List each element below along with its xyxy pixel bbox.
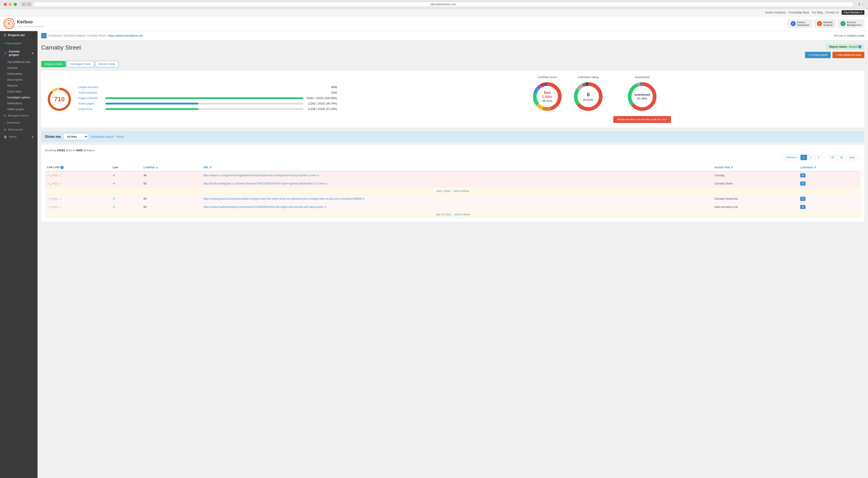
pipe-icon: | <box>56 182 56 185</box>
x-icon[interactable]: ✕ <box>53 205 55 209</box>
mac-min-btn[interactable] <box>9 3 12 6</box>
account-management-nav[interactable]: A AccountManagement <box>838 20 864 28</box>
circle-icon[interactable]: ○ <box>57 182 59 185</box>
add-additional-data-button[interactable]: + Add additional data <box>833 52 864 58</box>
breadcrumb-back-button[interactable]: ‹ <box>41 33 46 38</box>
square-icon[interactable]: □ <box>59 197 61 200</box>
sidebar-item-current-project[interactable]: 👤 Current project ▼ <box>0 47 37 59</box>
contact-us-link[interactable]: Contact Us <box>826 11 839 14</box>
x-icon[interactable]: ✕ <box>53 174 55 177</box>
square-icon[interactable]: □ <box>59 174 61 177</box>
page-1-button[interactable]: 1 <box>801 155 807 160</box>
col-header-linkrisk[interactable]: LinkRisk ▲ <box>141 164 201 171</box>
sidebar-sub-export-data[interactable]: Export data <box>0 89 37 95</box>
sidebar-item-new-project[interactable]: + New project <box>0 39 37 47</box>
kerboo-solutions-link[interactable]: Kerboo Solutions <box>765 11 786 14</box>
breadcrumb-backlink-analysis[interactable]: Backlink Analysis <box>64 34 85 37</box>
address-bar[interactable]: vikt-audit.kerboo.com <box>33 2 854 7</box>
sidebar-item-managed-service[interactable]: ⚙ Managed service <box>0 112 37 119</box>
kerboo-dashboard-nav[interactable]: K KerbooDashboard <box>788 20 812 28</box>
share-icon[interactable]: ⬆ <box>858 2 861 6</box>
row-1-linkrisk: 46 <box>141 171 201 179</box>
prev-page-button[interactable]: ← Previous <box>780 155 800 160</box>
reset-link[interactable]: Reset <box>117 135 124 138</box>
unactioned-donut-wrap: Unactioned unactioned 64. <box>613 75 671 123</box>
row-1-link-lists: ✓ △ ✕ | ○ □ <box>45 171 110 179</box>
our-blog-link[interactable]: Our Blog <box>812 11 823 14</box>
circle-icon[interactable]: ○ <box>57 197 59 200</box>
linkrisk-donut-title: LinkRisk score <box>538 75 557 79</box>
mac-forward-btn[interactable]: › <box>27 2 31 6</box>
row-2-url: http://fashion.telegraph.co.uk/news-feat… <box>201 179 712 187</box>
mac-close-btn[interactable] <box>4 3 7 6</box>
report-status-info-icon[interactable]: i <box>858 45 861 48</box>
square-icon[interactable]: □ <box>59 182 61 185</box>
show-me-select[interactable]: All links Bad Links Good Links Unactione… <box>63 133 88 140</box>
breadcrumb-dashboard[interactable]: Dashboard <box>49 34 62 37</box>
sidebar-sub-notifications[interactable]: Notifications <box>0 100 37 106</box>
checkmark-icon[interactable]: ✓ <box>47 205 49 209</box>
row-3-link-lists: ✓ △ ✕ | ○ □ <box>45 195 110 203</box>
square-icon[interactable]: □ <box>59 205 61 209</box>
checkmark-icon[interactable]: ✓ <box>47 182 49 185</box>
sidebar-item-projects-list[interactable]: ☰ Projects list <box>0 31 37 39</box>
x-icon[interactable]: ✕ <box>53 197 55 200</box>
row-4-url: https://www.heathrowexpress.com/news/201… <box>201 203 712 211</box>
table-row-expand[interactable]: and 1 more... click to show <box>45 187 861 195</box>
sidebar-sub-add-data[interactable]: Add additional data <box>0 59 37 65</box>
row-2-url-link[interactable]: http://fashion.telegraph.co.uk/news-feat… <box>203 182 324 185</box>
knowledge-base-link[interactable]: Knowledge Base <box>788 11 809 14</box>
row-1-actions: ✓ △ ✕ | ○ □ <box>47 174 108 177</box>
investigate-mode-tab[interactable]: Investigate mode <box>67 61 94 67</box>
user-button[interactable]: Paul Madden ▾ <box>842 10 864 15</box>
breadcrumb-carnaby-street[interactable]: Carnaby Street <box>87 34 106 37</box>
sidebar-sub-delete-project[interactable]: Delete project <box>0 106 37 112</box>
row-4-url-link[interactable]: https://www.heathrowexpress.com/news/201… <box>203 205 324 209</box>
row-1-url-link[interactable]: http://www.itv.com/goodmorningbritain/mo… <box>203 174 316 177</box>
control-panel-button[interactable]: ✦ Control panel <box>805 52 831 58</box>
row-3-url-link[interactable]: https://www.grazia.fr/cuisine/actualite-… <box>203 197 362 200</box>
sidebar-sub-rescans[interactable]: Rescans <box>0 83 37 89</box>
table-row-expand-2[interactable]: and 12 more... click to show <box>45 211 861 218</box>
sidebar-sub-deliverables[interactable]: Deliverables <box>0 71 37 77</box>
sidebar-sub-auto-imports[interactable]: Auto imports <box>0 77 37 83</box>
checkmark-icon[interactable]: ✓ <box>47 174 49 177</box>
advanced-search-link[interactable]: Advanced search <box>91 135 114 138</box>
backlink-analysis-nav[interactable]: B BacklinkAnalysis <box>814 20 836 28</box>
col-header-anchor-text[interactable]: Anchor Text ⇕ <box>712 164 798 171</box>
sidebar-item-admin[interactable]: 🔒 Admin ▶ <box>0 133 37 140</box>
triangle-icon[interactable]: △ <box>50 182 52 185</box>
monitor-mode-tab[interactable]: Monitor mode <box>95 61 119 67</box>
analysis-mode-tab[interactable]: Analysis mode <box>41 61 66 67</box>
link-lists-info-icon[interactable]: i <box>61 166 64 169</box>
click-show-1[interactable]: and 1 more... click to show <box>45 187 861 195</box>
page-96-button[interactable]: 96 <box>838 155 846 160</box>
sidebar-sub-investigate-options[interactable]: Investigate options <box>0 95 37 100</box>
audit-cta[interactable]: Would you like us to do this audit for y… <box>613 116 671 123</box>
external-link-icon: ⊕ <box>363 198 364 200</box>
x-icon[interactable]: ✕ <box>53 182 55 185</box>
triangle-icon[interactable]: △ <box>50 197 52 200</box>
sidebar-item-downloads[interactable]: ↓ Downloads <box>0 119 37 126</box>
stat-row-active-pages: Active pages: 11292 / 24161 (46.74%) <box>79 102 337 105</box>
col-header-url[interactable]: URL ⇕ <box>201 164 712 171</box>
stat-label-active-domains: Active domains: <box>79 91 103 94</box>
triangle-icon[interactable]: △ <box>50 205 52 209</box>
sidebar-item-accounts[interactable]: ⚙ 08 Accounts <box>0 126 37 133</box>
checkmark-icon[interactable]: ✓ <box>47 197 49 200</box>
mac-max-btn[interactable] <box>14 3 17 6</box>
sidebar-accounts-label: 08 Accounts <box>8 128 23 131</box>
click-show-2[interactable]: and 12 more... click to show <box>45 211 861 218</box>
circle-icon[interactable]: ○ <box>57 205 59 209</box>
bookmark-icon[interactable]: □ <box>863 2 864 6</box>
page-3-button[interactable]: 3 <box>815 155 822 160</box>
page-95-button[interactable]: 95 <box>829 155 837 160</box>
mac-back-btn[interactable]: ‹ <box>21 2 26 6</box>
next-page-button[interactable]: Next → <box>847 155 861 160</box>
col-header-linkvalue[interactable]: LinkValue ⇕ <box>798 164 861 171</box>
kerboo-dashboard-label: KerbooDashboard <box>797 21 809 26</box>
page-2-button[interactable]: 2 <box>808 155 814 160</box>
triangle-icon[interactable]: △ <box>50 174 52 177</box>
sidebar-sub-disavow[interactable]: Disavow <box>0 65 37 71</box>
circle-icon[interactable]: ○ <box>57 174 59 177</box>
